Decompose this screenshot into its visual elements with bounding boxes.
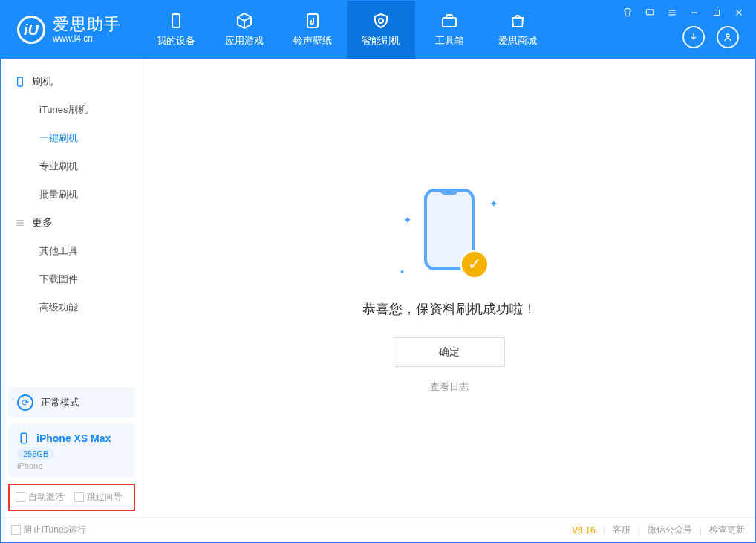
separator: | xyxy=(603,525,605,536)
version-label: V8.16 xyxy=(572,525,595,536)
sidebar-group-more: 更多 xyxy=(1,209,143,237)
sidebar-item-download-firmware[interactable]: 下载固件 xyxy=(1,265,143,293)
svg-point-3 xyxy=(726,34,729,37)
tab-smart-flash[interactable]: 智能刷机 xyxy=(347,1,415,59)
skin-icon[interactable] xyxy=(622,7,633,19)
tab-label: 铃声壁纸 xyxy=(293,34,332,48)
device-name: iPhone XS Max xyxy=(36,432,111,444)
device-storage-badge: 256GB xyxy=(17,448,54,460)
svg-rect-2 xyxy=(443,18,456,27)
wechat-link[interactable]: 微信公众号 xyxy=(648,524,692,536)
sidebar-item-advanced[interactable]: 高级功能 xyxy=(1,293,143,322)
tab-apps-games[interactable]: 应用游戏 xyxy=(210,1,278,59)
device-type: iPhone xyxy=(17,461,126,470)
check-badge-icon: ✓ xyxy=(460,250,489,279)
minimize-button[interactable] xyxy=(688,7,700,19)
tab-label: 智能刷机 xyxy=(362,34,400,48)
check-update-link[interactable]: 检查更新 xyxy=(709,524,745,536)
download-button[interactable] xyxy=(682,26,705,48)
separator: | xyxy=(638,525,640,536)
tab-label: 工具箱 xyxy=(435,34,464,48)
list-icon xyxy=(14,217,26,229)
sidebar-item-pro-flash[interactable]: 专业刷机 xyxy=(1,152,143,181)
app-header: iU 爱思助手 www.i4.cn 我的设备 应用游戏 铃声壁纸 智能刷机 xyxy=(1,1,755,59)
logo-block: iU 爱思助手 www.i4.cn xyxy=(1,1,142,59)
shield-refresh-icon xyxy=(372,12,390,30)
close-button[interactable] xyxy=(733,7,745,19)
checkbox-block-itunes[interactable]: 阻止iTunes运行 xyxy=(11,524,86,536)
svg-rect-0 xyxy=(172,14,180,27)
app-title: 爱思助手 xyxy=(53,16,121,33)
svg-rect-6 xyxy=(18,77,23,86)
main-content: ✦ ✦ • ✓ 恭喜您，保资料刷机成功啦！ 确定 查看日志 xyxy=(143,59,755,517)
success-message: 恭喜您，保资料刷机成功啦！ xyxy=(362,300,536,318)
status-bar: 阻止iTunes运行 V8.16 | 客服 | 微信公众号 | 检查更新 xyxy=(1,517,755,542)
view-log-link[interactable]: 查看日志 xyxy=(430,380,469,394)
tab-ringtone-wallpaper[interactable]: 铃声壁纸 xyxy=(278,1,347,59)
feedback-icon[interactable] xyxy=(644,7,656,19)
svg-rect-7 xyxy=(21,433,27,443)
download-icon xyxy=(688,31,700,43)
svg-rect-5 xyxy=(714,10,720,16)
music-file-icon xyxy=(304,12,322,30)
tab-label: 应用游戏 xyxy=(225,34,264,48)
sidebar-item-oneclick-flash[interactable]: 一键刷机 xyxy=(1,124,143,152)
bottom-checks-highlight: 自动激活 跳过向导 xyxy=(8,484,135,511)
checkbox-label: 阻止iTunes运行 xyxy=(24,524,86,535)
tab-toolbox[interactable]: 工具箱 xyxy=(415,1,483,59)
device-panel[interactable]: iPhone XS Max 256GB iPhone xyxy=(8,424,135,478)
app-url: www.i4.cn xyxy=(53,34,121,44)
checkbox-auto-activate[interactable]: 自动激活 xyxy=(16,491,64,504)
mode-panel[interactable]: ⟳ 正常模式 xyxy=(8,387,135,418)
ok-button[interactable]: 确定 xyxy=(394,337,505,367)
sidebar-item-other-tools[interactable]: 其他工具 xyxy=(1,237,143,265)
main-tabs: 我的设备 应用游戏 铃声壁纸 智能刷机 工具箱 爱思商城 xyxy=(142,1,552,59)
tab-store[interactable]: 爱思商城 xyxy=(483,1,552,59)
maximize-button[interactable] xyxy=(711,7,723,19)
bag-icon xyxy=(509,12,527,30)
device-icon xyxy=(14,76,26,88)
tab-label: 爱思商城 xyxy=(498,34,537,48)
user-button[interactable] xyxy=(717,26,739,48)
phone-small-icon xyxy=(17,432,30,445)
sidebar-group-label: 更多 xyxy=(32,216,53,230)
cube-icon xyxy=(235,12,253,30)
sidebar-group-flash: 刷机 xyxy=(1,68,143,96)
logo-icon: iU xyxy=(17,16,45,44)
phone-icon xyxy=(167,12,185,30)
sparkle-icon: ✦ xyxy=(489,198,495,204)
checkbox-skip-guide[interactable]: 跳过向导 xyxy=(74,491,123,504)
svg-rect-4 xyxy=(646,10,653,15)
success-illustration: ✦ ✦ • ✓ xyxy=(390,183,509,287)
separator: | xyxy=(700,525,702,536)
window-controls xyxy=(622,7,745,19)
sidebar: 刷机 iTunes刷机 一键刷机 专业刷机 批量刷机 更多 其他工具 下载固件 … xyxy=(1,59,143,517)
mode-label: 正常模式 xyxy=(41,396,79,409)
sidebar-item-batch-flash[interactable]: 批量刷机 xyxy=(1,181,143,209)
sparkle-icon: • xyxy=(400,266,406,272)
tab-label: 我的设备 xyxy=(157,34,195,48)
checkbox-label: 自动激活 xyxy=(28,492,64,502)
user-icon xyxy=(722,31,734,43)
support-link[interactable]: 客服 xyxy=(613,524,630,536)
tab-my-device[interactable]: 我的设备 xyxy=(142,1,210,59)
sidebar-group-label: 刷机 xyxy=(32,75,53,88)
sidebar-item-itunes-flash[interactable]: iTunes刷机 xyxy=(1,96,143,124)
mode-icon: ⟳ xyxy=(17,394,33,411)
sparkle-icon: ✦ xyxy=(403,214,409,220)
menu-icon[interactable] xyxy=(666,7,678,19)
toolbox-icon xyxy=(440,12,458,30)
checkbox-label: 跳过向导 xyxy=(87,492,123,502)
header-right-controls xyxy=(682,26,739,48)
